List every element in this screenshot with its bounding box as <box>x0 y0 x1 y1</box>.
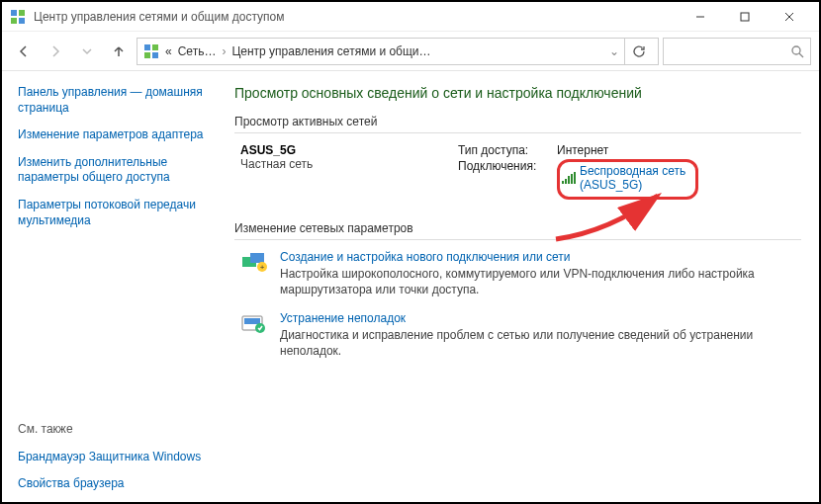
connection-link-line2: (ASUS_5G) <box>580 178 642 192</box>
network-center-icon <box>143 43 159 59</box>
network-category: Частная сеть <box>240 157 438 171</box>
breadcrumb-root[interactable]: Сеть… <box>178 44 217 58</box>
chevron-right-icon[interactable]: › <box>222 44 226 58</box>
refresh-button[interactable] <box>624 39 652 64</box>
sidebar-link-defender-firewall[interactable]: Брандмауэр Защитника Windows <box>18 450 215 465</box>
search-icon <box>790 44 804 58</box>
window-title: Центр управления сетями и общим доступом <box>34 10 678 24</box>
back-button[interactable] <box>10 38 38 65</box>
new-connection-icon: + <box>240 250 268 274</box>
network-name: ASUS_5G <box>240 143 438 157</box>
address-bar[interactable]: « Сеть… › Центр управления сетями и общи… <box>137 38 659 65</box>
close-button[interactable] <box>767 3 811 31</box>
access-type-label: Тип доступа: <box>458 143 557 157</box>
svg-rect-11 <box>152 52 158 58</box>
troubleshoot-link[interactable]: Устранение неполадок <box>280 311 801 325</box>
wifi-signal-icon <box>562 172 576 184</box>
access-type-value: Интернет <box>557 143 608 157</box>
connections-label: Подключения: <box>458 159 557 173</box>
search-input[interactable] <box>663 38 811 65</box>
up-button[interactable] <box>105 38 133 65</box>
maximize-button[interactable] <box>722 3 767 31</box>
sidebar-link-advanced-sharing[interactable]: Изменить дополнительные параметры общего… <box>18 155 215 186</box>
svg-text:+: + <box>260 263 265 272</box>
recent-locations-button[interactable] <box>73 38 101 65</box>
svg-line-13 <box>799 53 803 57</box>
address-dropdown-icon[interactable]: ⌄ <box>609 44 619 58</box>
troubleshoot-icon <box>240 311 268 335</box>
window-controls <box>678 3 811 31</box>
sidebar-link-adapter-settings[interactable]: Изменение параметров адаптера <box>18 127 215 143</box>
svg-rect-3 <box>19 18 25 24</box>
svg-rect-9 <box>152 44 158 50</box>
network-center-icon <box>10 9 26 25</box>
title-bar: Центр управления сетями и общим доступом <box>2 2 819 32</box>
connection-link-line1: Беспроводная сеть <box>580 164 685 178</box>
main-content: Просмотр основных сведений о сети и наст… <box>225 71 819 502</box>
sidebar-link-control-panel-home[interactable]: Панель управления — домашняя страница <box>18 85 215 116</box>
window-frame: Центр управления сетями и общим доступом <box>0 0 821 504</box>
action-troubleshoot: Устранение неполадок Диагностика и испра… <box>234 311 801 359</box>
page-title: Просмотр основных сведений о сети и наст… <box>234 85 801 101</box>
toolbar: « Сеть… › Центр управления сетями и общи… <box>2 32 819 71</box>
minimize-button[interactable] <box>678 3 722 31</box>
divider <box>234 132 801 133</box>
sidebar-link-internet-options[interactable]: Свойства браузера <box>18 476 215 492</box>
breadcrumb-current[interactable]: Центр управления сетями и общи… <box>231 44 430 58</box>
new-connection-desc: Настройка широкополосного, коммутируемог… <box>280 266 801 297</box>
wireless-connection-link[interactable]: Беспроводная сеть (ASUS_5G) <box>562 164 685 193</box>
forward-button[interactable] <box>42 38 69 65</box>
svg-rect-19 <box>244 318 260 324</box>
troubleshoot-desc: Диагностика и исправление проблем с сеть… <box>280 327 801 359</box>
see-also-label: См. также <box>18 422 215 436</box>
new-connection-link[interactable]: Создание и настройка нового подключения … <box>280 250 801 264</box>
svg-rect-15 <box>250 253 264 263</box>
active-network-row: ASUS_5G Частная сеть Тип доступа: Интерн… <box>234 143 801 202</box>
action-new-connection: + Создание и настройка нового подключени… <box>234 250 801 297</box>
breadcrumb-prefix: « <box>165 44 172 58</box>
svg-rect-2 <box>11 18 17 24</box>
network-params-label: Изменение сетевых параметров <box>234 221 801 235</box>
active-networks-label: Просмотр активных сетей <box>234 115 801 128</box>
svg-point-12 <box>792 46 800 54</box>
content-body: Панель управления — домашняя страница Из… <box>2 71 819 502</box>
svg-rect-10 <box>144 52 150 58</box>
divider <box>234 239 801 240</box>
svg-rect-0 <box>11 10 17 16</box>
sidebar: Панель управления — домашняя страница Из… <box>2 71 225 502</box>
svg-rect-5 <box>741 13 749 21</box>
svg-rect-1 <box>19 10 25 16</box>
annotation-highlight: Беспроводная сеть (ASUS_5G) <box>557 159 698 200</box>
svg-rect-8 <box>144 44 150 50</box>
sidebar-link-media-streaming[interactable]: Параметры потоковой передачи мультимедиа <box>18 198 215 228</box>
